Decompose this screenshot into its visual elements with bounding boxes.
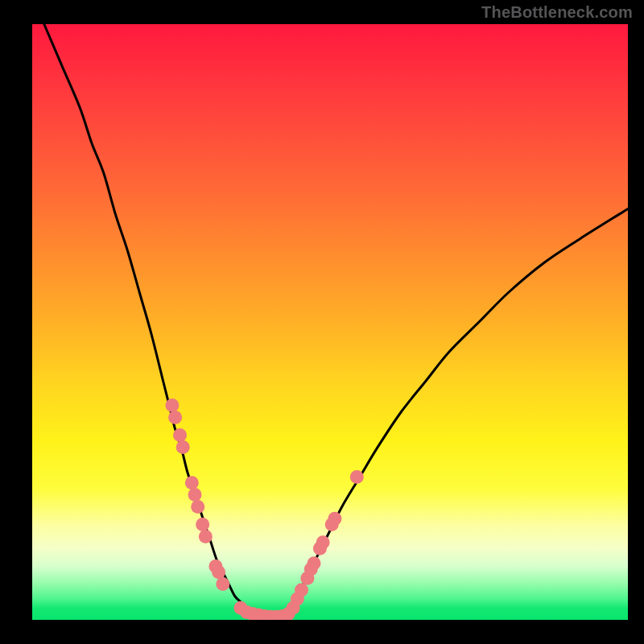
data-point: [185, 476, 199, 489]
data-point: [191, 500, 204, 514]
data-point: [350, 470, 364, 484]
data-point: [176, 440, 190, 454]
data-point: [173, 428, 187, 442]
data-point: [212, 565, 225, 579]
chart-frame: TheBottleneck.com: [0, 0, 644, 644]
data-point: [165, 398, 179, 412]
data-point: [196, 518, 209, 531]
data-point: [328, 512, 341, 526]
data-point: [316, 535, 330, 549]
curve-layer: [32, 24, 628, 620]
data-point: [216, 577, 229, 591]
data-point: [188, 488, 202, 502]
watermark-text: TheBottleneck.com: [481, 3, 633, 22]
highlighted-points: [165, 398, 363, 620]
data-point: [308, 556, 321, 570]
data-point: [199, 530, 213, 543]
data-point: [295, 584, 308, 597]
plot-area: [32, 24, 628, 620]
data-point: [168, 411, 182, 424]
